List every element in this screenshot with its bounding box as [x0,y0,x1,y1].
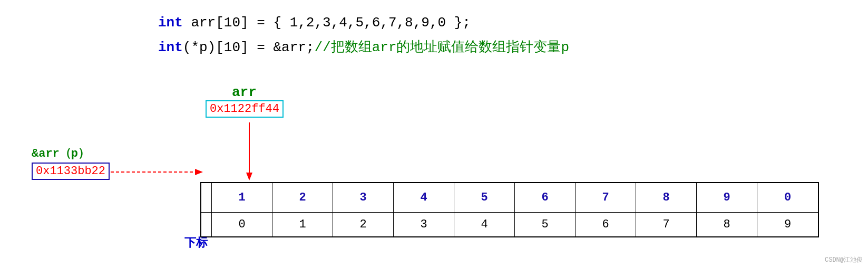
array-cell-val-3: 4 [394,183,454,212]
addr-p-box: 0x1133bb22 [32,163,110,180]
array-index-9: 9 [757,213,818,236]
array-values-row: 1 2 3 4 5 6 7 8 9 0 [201,183,818,213]
array-index-8: 8 [697,213,757,236]
dashed-arrow-svg [111,163,213,189]
array-index-0: 0 [212,213,272,236]
svg-marker-3 [195,169,203,175]
keyword-int-2: int [158,40,183,55]
arr-p-label: &arr（p） [32,145,90,161]
svg-marker-1 [246,173,252,180]
array-index-row: 0 1 2 3 4 5 6 7 8 9 [201,213,818,236]
code-line1-rest: arr[10] = { 1,2,3,4,5,6,7,8,9,0 }; [183,15,471,31]
code-section: int arr[10] = { 1,2,3,4,5,6,7,8,9,0 }; i… [158,11,569,60]
code-line2-comment: //把数组arr的地址赋值给数组指针变量p [314,40,569,55]
array-cell-val-9: 0 [757,183,818,212]
array-index-3: 3 [394,213,454,236]
array-container: 1 2 3 4 5 6 7 8 9 0 0 1 2 3 4 5 6 7 8 9 [200,182,819,237]
array-index-7: 7 [636,213,697,236]
red-arrow-svg [245,122,261,186]
array-index-2: 2 [333,213,394,236]
code-line-2: int(*p)[10] = &arr;//把数组arr的地址赋值给数组指针变量p [158,35,569,60]
array-index-5: 5 [515,213,576,236]
array-cell-val-6: 7 [576,183,636,212]
keyword-int-1: int [158,15,183,31]
array-cell-val-5: 6 [515,183,576,212]
code-line2-eq: = [249,40,274,55]
array-index-6: 6 [576,213,636,236]
watermark: CSDN@江池俊 [825,255,863,264]
array-cell-val-2: 3 [333,183,394,212]
arr-label: arr [232,84,257,100]
code-line2-kw2: (*p)[10] [183,40,249,55]
array-cell-val-1: 2 [272,183,333,212]
array-cell-val-0: 1 [212,183,272,212]
code-line2-ref: &arr; [273,40,314,55]
array-index-1: 1 [272,213,333,236]
array-index-lead [201,213,212,236]
array-cell-empty-val [201,183,212,212]
code-line-1: int arr[10] = { 1,2,3,4,5,6,7,8,9,0 }; [158,11,569,35]
array-cell-val-7: 8 [636,183,697,212]
array-cell-val-4: 5 [454,183,515,212]
array-cell-val-8: 9 [697,183,757,212]
addr-arr-box: 0x1122ff44 [206,100,284,118]
array-index-4: 4 [454,213,515,236]
